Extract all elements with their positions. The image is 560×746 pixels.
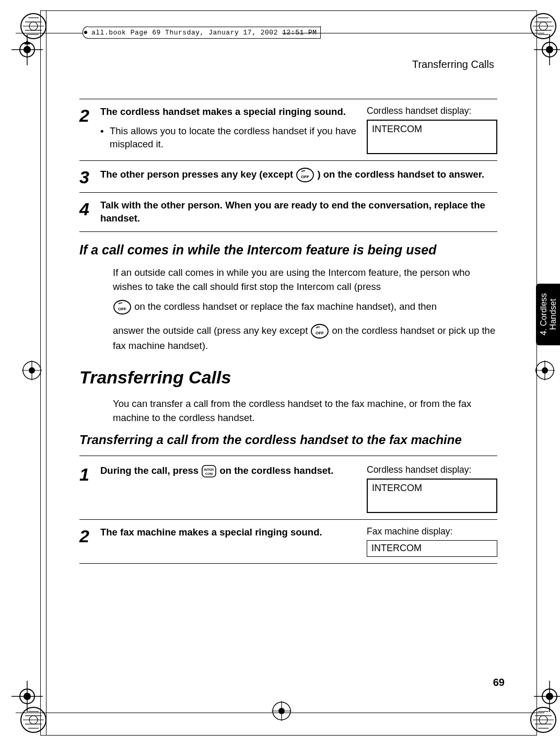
page-content: Transferring Calls 2 The cordless handse…: [79, 59, 497, 564]
handset-display: INTERCOM: [367, 120, 497, 154]
bullet-icon: •: [100, 125, 110, 151]
registration-target-icon: [22, 360, 42, 380]
step-2: 2 The cordless handset makes a special r…: [79, 99, 497, 160]
step-2-title: The cordless handset makes a special rin…: [100, 106, 346, 117]
transfer-step-2: 2 The fax machine makes a special ringin…: [79, 519, 497, 563]
sub-heading: Transferring a call from the cordless ha…: [79, 433, 497, 447]
step-number: 2: [79, 526, 100, 557]
page-number: 69: [493, 677, 505, 689]
chapter-tab-line1: 4. Cordless: [539, 294, 547, 336]
handset-display: INTERCOM: [367, 479, 497, 513]
registration-mark-icon: [534, 34, 560, 65]
svg-text:INTER: INTER: [204, 468, 214, 471]
registration-mark-icon: [534, 681, 560, 712]
para3-before: answer the outside call (press any key e…: [113, 324, 310, 335]
step-number: 1: [79, 464, 100, 513]
step-4: 4 Talk with the other person. When you a…: [79, 192, 497, 231]
intercom-key-icon: INTERCOM: [201, 464, 217, 478]
step-number: 4: [79, 199, 100, 225]
divider: [79, 563, 497, 564]
transfer-step-1: 1 During the call, press INTERCOM on the…: [79, 456, 497, 519]
step-number: 3: [79, 167, 100, 186]
display-value: INTERCOM: [372, 483, 422, 493]
display-value: INTERCOM: [371, 543, 422, 553]
file-header: all.book Page 69 Thursday, January 17, 2…: [83, 26, 282, 39]
body-paragraph: answer the outside call (press any key e…: [113, 323, 497, 353]
registration-target-icon: [272, 701, 291, 721]
off-key-icon: OFF: [113, 299, 132, 315]
step-3-text-before: The other person presses any key (except: [100, 169, 296, 180]
off-key-icon: OFF: [310, 323, 329, 339]
t-step2-text: The fax machine makes a special ringing …: [100, 527, 322, 538]
chapter-tab: 4. CordlessHandset: [536, 284, 560, 345]
left-inner-line: [46, 10, 46, 736]
chapter-tab-line2: Handset: [548, 299, 557, 330]
registration-mark-icon: [11, 34, 43, 65]
svg-text:COM: COM: [205, 472, 213, 475]
svg-text:OFF: OFF: [316, 331, 324, 335]
display-label: Cordless handset display:: [367, 464, 497, 475]
svg-text:OFF: OFF: [118, 307, 126, 311]
step-3: 3 The other person presses any key (exce…: [79, 160, 497, 192]
display-label: Cordless handset display:: [367, 106, 497, 116]
main-title: Transferring Calls: [79, 367, 497, 388]
section-heading: If a call comes in while the Intercom fe…: [79, 242, 497, 258]
body-paragraph: OFF on the cordless handset or replace t…: [113, 299, 497, 315]
body-paragraph: If an outside call comes in while you ar…: [113, 266, 497, 294]
svg-point-56: [84, 31, 87, 34]
svg-text:OFF: OFF: [301, 174, 309, 179]
step-2-bullet: This allows you to locate the cordless h…: [110, 125, 357, 151]
fax-display: INTERCOM: [367, 540, 497, 557]
running-head: Transferring Calls: [79, 59, 494, 71]
step-number: 2: [79, 106, 100, 154]
step-4-text: Talk with the other person. When you are…: [100, 200, 485, 224]
registration-target-icon: [535, 360, 555, 380]
t-step1-before: During the call, press: [100, 465, 201, 476]
off-key-icon: OFF: [296, 167, 314, 183]
intro-paragraph: You can transfer a call from the cordles…: [113, 397, 497, 425]
registration-mark-icon: [11, 681, 43, 712]
para2-after: on the cordless handset or replace the f…: [134, 300, 437, 311]
file-header-text: all.book Page 69 Thursday, January 17, 2…: [88, 27, 320, 39]
step-3-text-after: ) on the cordless handset to answer.: [317, 169, 484, 180]
t-step1-after: on the cordless handset.: [219, 465, 333, 476]
display-label: Fax machine display:: [367, 526, 497, 537]
display-value: INTERCOM: [372, 124, 422, 134]
divider: [79, 231, 497, 232]
